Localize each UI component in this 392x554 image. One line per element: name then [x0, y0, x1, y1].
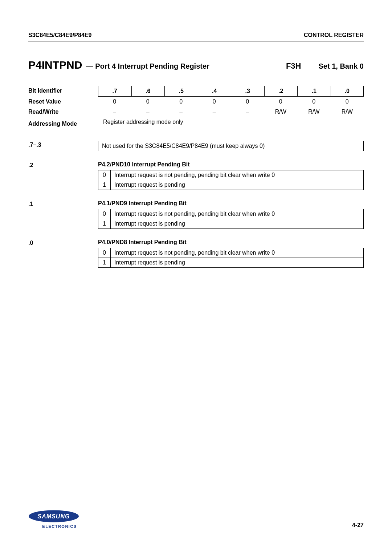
reset-val: 0 [98, 97, 131, 107]
bit-note: Not used for the S3C84E5/C84E9/P84E9 (mu… [98, 141, 364, 151]
reset-val: 0 [198, 97, 231, 107]
svg-text:SAMSUNG: SAMSUNG [38, 513, 70, 519]
rw-val: – [231, 107, 264, 117]
bit-desc: Interrupt request is pending [111, 258, 364, 268]
register-description: — Port 4 Interrupt Pending Register [86, 62, 209, 70]
bit-section: .7–.3 Not used for the S3C84E5/C84E9/P84… [28, 141, 364, 151]
header-left: S3C84E5/C84E9/P84E9 [28, 32, 91, 39]
register-set: Set 1, Bank 0 [318, 62, 364, 70]
rw-val: – [98, 107, 131, 117]
bit-val: 1 [98, 219, 111, 229]
bit-section: .1 P4.1/PND9 Interrupt Pending Bit 0 Int… [28, 200, 364, 229]
table-row: 1 Interrupt request is pending [98, 258, 364, 268]
bit-val: 0 [98, 209, 111, 219]
table-row: 1 Interrupt request is pending [98, 180, 364, 190]
table-row: 0 Interrupt request is not pending, pend… [98, 170, 364, 180]
reset-val: 0 [331, 97, 364, 107]
bit-desc: Interrupt request is not pending, pendin… [111, 170, 364, 180]
table-row: 0 Interrupt request is not pending, pend… [98, 248, 364, 258]
bit-desc: Interrupt request is not pending, pendin… [111, 248, 364, 258]
page-footer: SAMSUNG ELECTRONICS 4-27 [28, 509, 364, 529]
bit-col: .4 [198, 86, 231, 97]
bit-title: P4.2/PND10 Interrupt Pending Bit [98, 161, 364, 168]
bit-range-label: .0 [28, 239, 98, 268]
bit-range-label: .7–.3 [28, 141, 98, 151]
rw-val: R/W [331, 107, 364, 117]
bit-col: .0 [331, 86, 364, 97]
bit-col: .1 [297, 86, 331, 97]
bit-col: .7 [98, 86, 131, 97]
bit-col: .6 [131, 86, 165, 97]
table-row: 0 Interrupt request is not pending, pend… [98, 209, 364, 219]
bit-title: P4.1/PND9 Interrupt Pending Bit [98, 200, 364, 207]
bit-section: .2 P4.2/PND10 Interrupt Pending Bit 0 In… [28, 161, 364, 190]
rw-val: R/W [297, 107, 331, 117]
bit-info-grid: Bit Identifier .7 .6 .5 .4 .3 .2 .1 .0 R… [28, 86, 364, 131]
bit-range-label: .1 [28, 200, 98, 229]
reset-val: 0 [131, 97, 165, 107]
reset-val: 0 [264, 97, 298, 107]
page-number: 4-27 [352, 522, 364, 529]
rw-val: – [164, 107, 198, 117]
bit-col: .5 [164, 86, 198, 97]
reset-value-label: Reset Value [28, 97, 98, 107]
bit-val: 1 [98, 180, 111, 190]
rw-val: – [198, 107, 231, 117]
register-title-row: P4INTPND — Port 4 Interrupt Pending Regi… [28, 59, 364, 71]
bit-col: .3 [231, 86, 264, 97]
bit-val: 0 [98, 170, 111, 180]
bit-desc: Interrupt request is pending [111, 180, 364, 190]
bit-range-label: .2 [28, 161, 98, 190]
bit-desc: Interrupt request is pending [111, 219, 364, 229]
bit-value-table: 0 Interrupt request is not pending, pend… [98, 248, 364, 268]
rw-val: R/W [264, 107, 298, 117]
table-row: 1 Interrupt request is pending [98, 219, 364, 229]
bit-val: 1 [98, 258, 111, 268]
reset-val: 0 [164, 97, 198, 107]
bit-identifier-label: Bit Identifier [28, 86, 98, 97]
bit-title: P4.0/PND8 Interrupt Pending Bit [98, 239, 364, 246]
samsung-logo-block: SAMSUNG ELECTRONICS [28, 509, 79, 529]
rw-val: – [131, 107, 165, 117]
bit-desc: Interrupt request is not pending, pendin… [111, 209, 364, 219]
reset-val: 0 [231, 97, 264, 107]
electronics-text: ELECTRONICS [42, 524, 77, 529]
bit-section: .0 P4.0/PND8 Interrupt Pending Bit 0 Int… [28, 239, 364, 268]
read-write-label: Read/Write [28, 107, 98, 117]
bit-val: 0 [98, 248, 111, 258]
bit-value-table: 0 Interrupt request is not pending, pend… [98, 170, 364, 190]
reset-val: 0 [297, 97, 331, 107]
addressing-mode-text: Register addressing mode only [98, 119, 364, 129]
header-right: CONTROL REGISTER [304, 32, 364, 39]
page-header: S3C84E5/C84E9/P84E9 CONTROL REGISTER [28, 32, 364, 41]
bit-value-table: 0 Interrupt request is not pending, pend… [98, 209, 364, 229]
register-name: P4INTPND [28, 59, 82, 71]
register-address: F3H [286, 61, 301, 71]
addressing-mode-label: Addressing Mode [28, 119, 98, 129]
bit-col: .2 [264, 86, 298, 97]
samsung-logo-icon: SAMSUNG [28, 509, 79, 523]
